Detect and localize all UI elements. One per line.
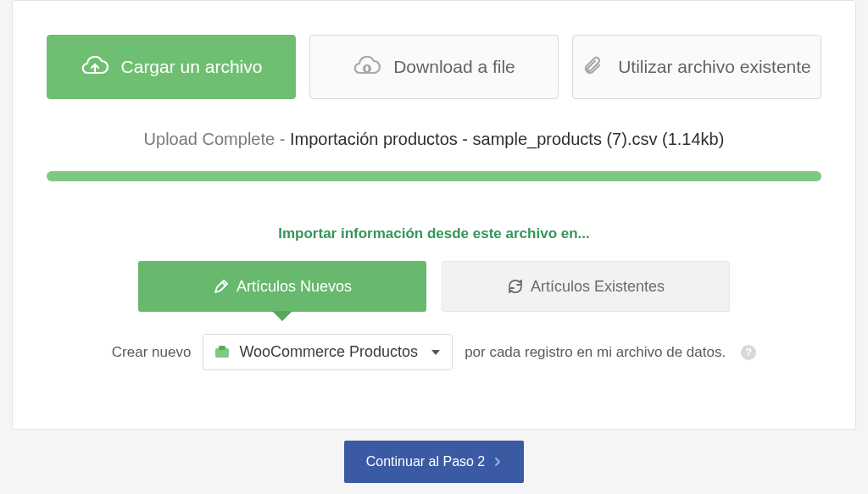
tab-upload-label: Cargar un archivo (121, 57, 263, 77)
cloud-download-icon (353, 56, 381, 78)
tab-existing-items[interactable]: Artículos Existentes (442, 261, 730, 312)
continue-label: Continuar al Paso 2 (366, 454, 486, 469)
post-type-select[interactable]: WooCommerce Productos (203, 334, 453, 370)
svg-rect-1 (219, 346, 225, 350)
tab-new-items-label: Artículos Nuevos (236, 278, 352, 296)
status-filesize: (1.14kb) (662, 130, 724, 148)
create-prefix: Crear nuevo (112, 344, 192, 361)
help-icon[interactable]: ? (741, 345, 756, 360)
tab-download-file[interactable]: Download a file (309, 35, 559, 99)
woocommerce-icon (214, 344, 231, 361)
import-mode-tabs: Artículos Nuevos Artículos Existentes (47, 261, 821, 312)
status-prefix: Upload Complete (144, 130, 275, 148)
caret-down-icon (431, 350, 440, 355)
create-suffix: por cada registro en mi archivo de datos… (465, 344, 726, 361)
source-tabs: Cargar un archivo Download a file Utiliz… (47, 35, 821, 99)
tab-existing-label: Utilizar archivo existente (618, 57, 811, 77)
refresh-icon (507, 278, 524, 295)
wizard-footer: Continuar al Paso 2 (0, 430, 868, 494)
tab-download-label: Download a file (393, 57, 515, 77)
import-panel: Cargar un archivo Download a file Utiliz… (12, 0, 856, 430)
continue-button[interactable]: Continuar al Paso 2 (344, 441, 525, 483)
tab-upload-file[interactable]: Cargar un archivo (47, 35, 296, 99)
status-filename: Importación productos - sample_products … (290, 130, 658, 148)
upload-progress-bar (47, 171, 821, 181)
tab-existing-items-label: Artículos Existentes (531, 278, 665, 296)
upload-status: Upload Complete - Importación productos … (47, 130, 821, 149)
attachment-icon (582, 55, 606, 79)
pencil-icon (213, 278, 230, 295)
create-row: Crear nuevo WooCommerce Productos por ca… (47, 334, 821, 370)
tab-existing-file[interactable]: Utilizar archivo existente (572, 35, 821, 99)
cloud-upload-icon (81, 56, 109, 78)
chevron-right-icon (493, 457, 502, 467)
tab-new-items[interactable]: Artículos Nuevos (138, 261, 426, 312)
post-type-selected: WooCommerce Productos (239, 343, 418, 361)
import-section-title: Importar información desde este archivo … (47, 225, 821, 242)
